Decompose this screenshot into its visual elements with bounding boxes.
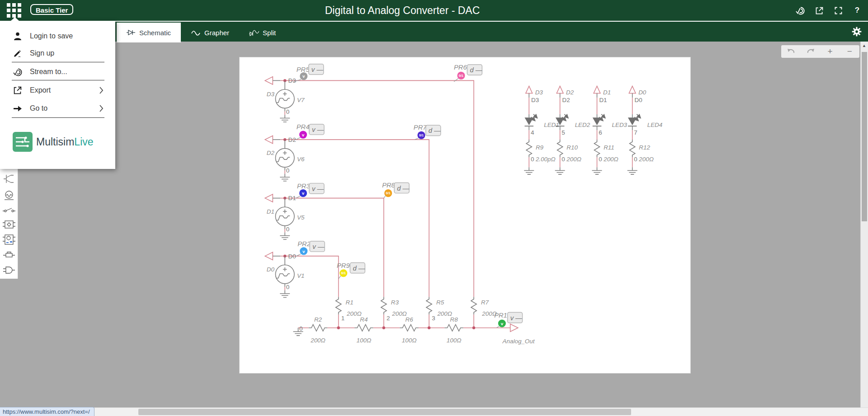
resistor-R9[interactable] — [526, 140, 532, 157]
menu-item-stream-to[interactable]: Stream to... — [0, 63, 115, 80]
input-connector[interactable] — [629, 86, 636, 93]
node-label: 7 — [634, 129, 637, 136]
tab-schematic[interactable]: Schematic — [117, 23, 181, 42]
menu-item-login[interactable]: Login to save — [0, 28, 115, 45]
digital-source-row-d2[interactable]: D2 D2 V6 0 — [265, 136, 305, 181]
led-column-d1[interactable]: D1 D1 LED3 6 R11 0 200Ω — [592, 86, 627, 174]
probe-PR1[interactable]: PR1 v — v — [494, 312, 522, 328]
wire-net-d1[interactable] — [285, 198, 384, 297]
fullscreen-icon[interactable] — [833, 5, 844, 16]
digital-source-row-d0[interactable]: D0 D0 V1 0 — [265, 252, 304, 297]
led-LED1[interactable] — [524, 117, 533, 125]
probe-box-label: v — — [312, 185, 324, 192]
menu-item-signup[interactable]: Sign up — [0, 45, 115, 62]
led-column-d0[interactable]: D0 D0 LED4 7 R12 0 200Ω — [627, 86, 663, 174]
probe-PR7[interactable]: PR7 d — 0/1 — [414, 124, 441, 140]
probe-PR3[interactable]: PR3 v — v — [296, 182, 324, 198]
resistor-value: 100Ω — [357, 337, 372, 344]
resistor-R6[interactable]: R6 100Ω — [400, 316, 419, 343]
probe-PR2[interactable]: PR2 v — v — [297, 240, 325, 256]
output-connector[interactable] — [510, 324, 518, 332]
resistor-R4[interactable]: R4 100Ω — [354, 316, 373, 343]
menu-item-label: Stream to... — [30, 68, 67, 76]
tab-split[interactable]: Split — [239, 23, 286, 42]
probe-box-label: d — — [470, 66, 482, 74]
probe-PR5[interactable]: PR5 v — v — [294, 64, 324, 82]
ground-net-label: 0 — [531, 156, 534, 163]
vertical-scroll-thumb[interactable] — [862, 52, 867, 221]
probe-PR6[interactable]: PR6 d — 0/1 — [454, 64, 482, 82]
connector-label: D3 — [535, 89, 543, 96]
resistor-value: 200Ω — [310, 337, 326, 344]
input-connector[interactable] — [265, 194, 273, 202]
arrow-right-icon — [13, 103, 23, 113]
input-connector[interactable] — [265, 252, 273, 260]
help-icon[interactable]: ? — [852, 5, 863, 16]
resistor-R8[interactable]: R8 100Ω — [444, 316, 463, 343]
vertical-scrollbar[interactable]: ▲ — [860, 42, 868, 407]
probe-PR8[interactable]: PR8 d — 0/1 — [382, 182, 409, 198]
resistor-R1[interactable]: R1 200Ω 1 — [336, 297, 362, 327]
probe-box-label: d — — [353, 265, 365, 272]
probe-name: PR4 — [297, 123, 310, 131]
zoom-out-button[interactable]: − — [843, 46, 856, 57]
probe-PR4[interactable]: PR4 v — v — [296, 123, 324, 140]
input-connector[interactable] — [526, 86, 533, 93]
toolbar-lamp-icon[interactable] — [1, 189, 17, 203]
ground-net-label: 0 — [286, 108, 289, 115]
toolbar-dependent-source-icon[interactable] — [1, 218, 17, 232]
tab-grapher[interactable]: Grapher — [181, 23, 239, 42]
schematic-canvas[interactable]: D3 D3 V7 0 D2 D2 — [239, 57, 691, 374]
toolbar-switch-icon[interactable] — [1, 203, 17, 217]
open-in-new-icon[interactable] — [814, 5, 825, 16]
ground-net-label: 0 — [286, 226, 289, 233]
connector-label: D3 — [267, 91, 275, 98]
menu-item-go-to[interactable]: Go to — [0, 100, 115, 117]
menu-divider — [12, 62, 104, 62]
resistor-refdes: R3 — [391, 299, 399, 306]
node-label: 4 — [531, 129, 534, 136]
toolbar-instrument-icon[interactable] — [1, 234, 17, 247]
stream-icon[interactable] — [795, 5, 806, 16]
tab-schematic-label: Schematic — [139, 29, 171, 37]
scroll-up-icon[interactable]: ▲ — [862, 43, 866, 48]
led-column-d3[interactable]: D3 D3 LED1 4 R9 0 2.00pΩ — [524, 86, 559, 174]
horizontal-scroll-thumb[interactable] — [138, 409, 631, 415]
resistor-value: 200Ω — [566, 156, 581, 163]
resistor-R7[interactable]: R7 200Ω — [471, 297, 497, 327]
toolbar-relay-icon[interactable] — [1, 248, 17, 262]
led-LED3[interactable] — [593, 117, 602, 125]
resistor-R11[interactable] — [594, 140, 599, 157]
settings-gear-icon[interactable] — [848, 25, 862, 39]
input-connector[interactable] — [265, 136, 273, 144]
led-LED4[interactable] — [628, 117, 637, 125]
net-label: D3 — [288, 77, 296, 84]
horizontal-scrollbar[interactable] — [0, 407, 868, 416]
multisim-live-logo[interactable]: MultisimLive — [13, 132, 94, 152]
toolbar-logic-gate-icon[interactable] — [1, 264, 17, 277]
node-label: 5 — [561, 129, 565, 136]
r2r-ladder[interactable]: 0 R1 200Ω 1 R3 200Ω 2 R5 200Ω — [293, 297, 535, 345]
input-connector[interactable] — [594, 86, 600, 93]
resistor-R2[interactable]: R2 200Ω — [309, 316, 328, 343]
led-refdes: LED3 — [612, 122, 627, 128]
zoom-in-button[interactable]: + — [823, 46, 837, 57]
source-refdes: V7 — [297, 97, 305, 103]
tab-group: Schematic Grapher Split — [117, 23, 286, 42]
undo-icon[interactable] — [784, 46, 798, 57]
menu-item-export[interactable]: Export — [0, 82, 115, 99]
resistor-R12[interactable] — [630, 140, 635, 157]
probe-PR9[interactable]: PR9 d — 0/1 — [337, 262, 365, 279]
redo-icon[interactable] — [804, 46, 817, 57]
digital-source-row-d3[interactable]: D3 D3 V7 0 — [265, 77, 305, 122]
input-connector[interactable] — [265, 77, 273, 84]
toolbar-transistor-icon[interactable] — [1, 173, 17, 186]
resistor-R5[interactable]: R5 200Ω 3 — [426, 297, 452, 327]
digital-source-row-d1[interactable]: D1 D1 V5 0 — [265, 194, 305, 239]
resistor-R3[interactable]: R3 200Ω 2 — [381, 297, 407, 327]
page-title: Digital to Analog Converter - DAC — [0, 0, 805, 21]
led-column-d2[interactable]: D2 D2 LED2 5 R10 0 200Ω — [555, 86, 590, 174]
resistor-R10[interactable] — [557, 140, 563, 157]
resistor-refdes: R4 — [360, 316, 368, 323]
input-connector[interactable] — [557, 86, 563, 93]
